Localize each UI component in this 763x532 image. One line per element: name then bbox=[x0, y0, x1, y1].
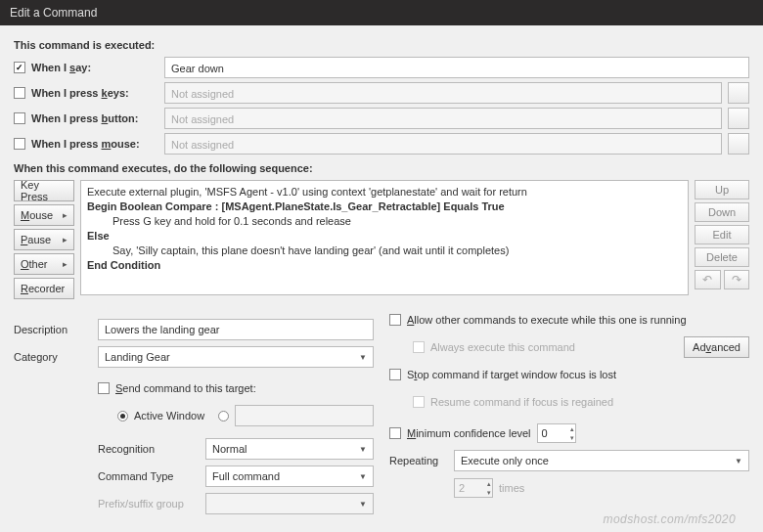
recorder-button[interactable]: Recorder bbox=[14, 278, 74, 299]
delete-button[interactable]: Delete bbox=[695, 247, 749, 267]
other-button[interactable]: Other▸ bbox=[14, 253, 74, 275]
target-input bbox=[235, 405, 374, 426]
prefix-label: Prefix/suffix group bbox=[98, 498, 198, 510]
watermark: modshost.com/mfs2020 bbox=[604, 512, 736, 526]
advanced-button[interactable]: Advanced bbox=[684, 336, 749, 358]
resume-focus-checkbox bbox=[413, 396, 425, 408]
when-press-mouse-label: When I press mouse: bbox=[31, 138, 158, 150]
category-label: Category bbox=[14, 351, 94, 363]
when-i-say-label: When I say: bbox=[31, 62, 158, 73]
allow-other-checkbox[interactable] bbox=[389, 314, 401, 326]
always-exec-checkbox bbox=[413, 341, 425, 353]
send-target-label: Send command to this target: bbox=[115, 382, 256, 394]
other-target-radio[interactable] bbox=[218, 411, 229, 421]
down-button[interactable]: Down bbox=[695, 202, 749, 222]
when-i-say-input[interactable]: Gear down bbox=[164, 57, 749, 78]
when-press-mouse-checkbox[interactable] bbox=[14, 138, 25, 150]
when-press-keys-input[interactable]: Not assigned bbox=[164, 82, 722, 104]
when-press-button-checkbox[interactable] bbox=[14, 112, 25, 124]
repeating-dropdown[interactable]: Execute only once▼ bbox=[454, 450, 749, 471]
undo-button[interactable]: ↶ bbox=[695, 270, 721, 289]
edit-button[interactable]: Edit bbox=[695, 225, 749, 244]
min-confidence-label: Minimum confidence level bbox=[407, 427, 531, 439]
category-dropdown[interactable]: Landing Gear▼ bbox=[98, 346, 374, 368]
when-press-button-label: When I press button: bbox=[31, 112, 158, 124]
mouse-button[interactable]: Mouse▸ bbox=[14, 204, 74, 226]
times-label: times bbox=[499, 482, 524, 494]
script-line[interactable]: Else bbox=[87, 229, 682, 244]
cmdtype-dropdown[interactable]: Full command▼ bbox=[205, 466, 374, 487]
recognition-label: Recognition bbox=[98, 443, 198, 455]
description-input[interactable]: Lowers the landing gear bbox=[98, 319, 374, 340]
script-line[interactable]: Begin Boolean Compare : [MSAgent.PlaneSt… bbox=[87, 200, 682, 214]
repeating-label: Repeating bbox=[389, 455, 448, 466]
script-line[interactable]: Say, 'Silly captain, this plane doesn't … bbox=[87, 244, 682, 258]
send-target-checkbox[interactable] bbox=[98, 382, 110, 394]
redo-button[interactable]: ↷ bbox=[724, 270, 750, 289]
keypress-button[interactable]: Key Press bbox=[14, 180, 74, 201]
times-spinner: 2 bbox=[454, 478, 493, 498]
script-line[interactable]: Execute external plugin, 'MSFS Agent - v… bbox=[87, 185, 682, 200]
min-confidence-checkbox[interactable] bbox=[389, 427, 401, 439]
when-i-say-checkbox[interactable] bbox=[14, 62, 25, 73]
pause-button[interactable]: Pause▸ bbox=[14, 229, 74, 250]
section-sequence-head: When this command executes, do the follo… bbox=[14, 162, 749, 174]
description-label: Description bbox=[14, 324, 94, 335]
window-titlebar: Edit a Command bbox=[0, 0, 763, 25]
when-press-keys-label: When I press keys: bbox=[31, 87, 158, 99]
active-window-radio[interactable] bbox=[117, 411, 128, 421]
stop-focus-checkbox[interactable] bbox=[389, 369, 401, 380]
min-confidence-spinner[interactable]: 0 bbox=[537, 423, 576, 443]
keys-more-button[interactable] bbox=[728, 82, 749, 104]
when-press-keys-checkbox[interactable] bbox=[14, 87, 25, 99]
section-triggers-head: This command is executed: bbox=[14, 39, 749, 51]
sequence-list[interactable]: Execute external plugin, 'MSFS Agent - v… bbox=[80, 180, 689, 295]
when-press-mouse-input[interactable]: Not assigned bbox=[164, 133, 722, 155]
cmdtype-label: Command Type bbox=[98, 470, 198, 482]
resume-focus-label: Resume command if focus is regained bbox=[430, 396, 613, 408]
allow-other-label: Allow other commands to execute while th… bbox=[407, 314, 687, 326]
script-line[interactable]: End Condition bbox=[87, 258, 682, 273]
recognition-dropdown[interactable]: Normal▼ bbox=[205, 438, 374, 460]
button-more-button[interactable] bbox=[728, 108, 749, 129]
always-exec-label: Always execute this command bbox=[430, 341, 575, 353]
when-press-button-input[interactable]: Not assigned bbox=[164, 108, 722, 129]
window-title: Edit a Command bbox=[10, 6, 97, 20]
prefix-dropdown: ▼ bbox=[205, 493, 374, 514]
script-line[interactable]: Press G key and hold for 0.1 seconds and… bbox=[87, 214, 682, 229]
up-button[interactable]: Up bbox=[695, 180, 749, 200]
mouse-more-button[interactable] bbox=[728, 133, 749, 155]
active-window-label: Active Window bbox=[134, 410, 204, 421]
stop-focus-label: Stop command if target window focus is l… bbox=[407, 369, 616, 380]
